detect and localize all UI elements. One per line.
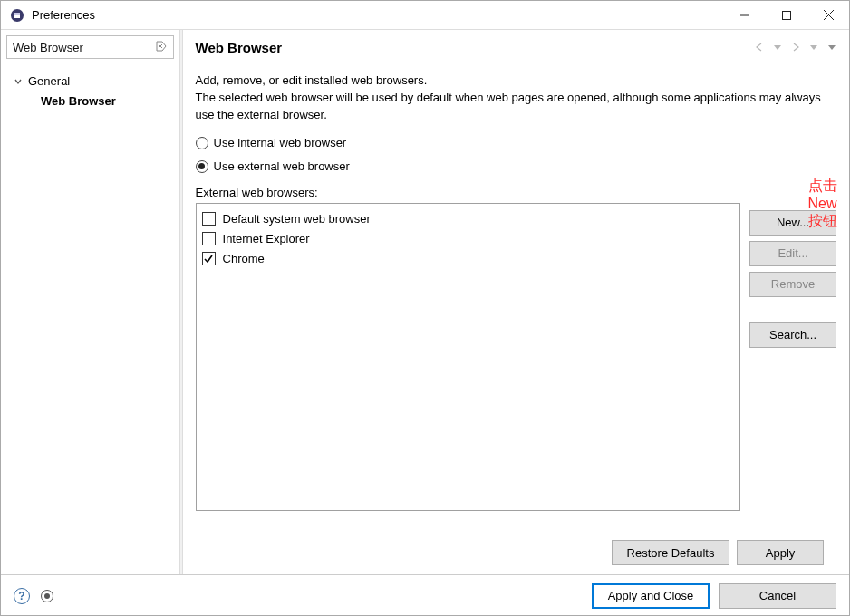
desc-line-2: The selected web browser will be used by…	[196, 91, 821, 121]
svg-marker-10	[810, 45, 817, 50]
svg-rect-2	[14, 13, 20, 15]
svg-rect-4	[783, 11, 791, 19]
new-button[interactable]: New...	[749, 210, 836, 236]
desc-line-1: Add, remove, or edit installed web brows…	[196, 73, 428, 87]
remove-button[interactable]: Remove	[749, 272, 836, 297]
list-label: External web browsers:	[196, 186, 837, 199]
browser-label: Default system web browser	[223, 212, 371, 226]
checkbox[interactable]	[202, 252, 216, 265]
browser-row-ie[interactable]: Internet Explorer	[202, 229, 468, 249]
browser-row-chrome[interactable]: Chrome	[202, 249, 468, 269]
forward-menu-icon[interactable]	[806, 39, 822, 55]
app-icon	[10, 8, 24, 23]
bottom-bar: ? Apply and Close Cancel	[1, 575, 849, 616]
browser-label: Internet Explorer	[223, 232, 310, 245]
side-buttons: New... Edit... Remove Search...	[749, 203, 836, 533]
browser-list[interactable]: Default system web browser Internet Expl…	[196, 203, 741, 511]
clear-filter-icon[interactable]	[155, 40, 168, 55]
cancel-button[interactable]: Cancel	[719, 583, 836, 609]
chevron-down-icon	[14, 75, 24, 86]
tree-label: Web Browser	[41, 94, 116, 108]
radio-label: Use internal web browser	[214, 136, 347, 149]
radio-label: Use external web browser	[214, 159, 350, 173]
browser-list-col2	[468, 204, 740, 510]
apply-button[interactable]: Apply	[737, 540, 824, 565]
svg-marker-9	[774, 45, 781, 50]
browser-list-col: Default system web browser Internet Expl…	[197, 204, 468, 510]
checkbox[interactable]	[202, 232, 216, 245]
radio-external[interactable]: Use external web browser	[196, 157, 837, 177]
filter-text: Web Browser	[13, 41, 83, 54]
search-button[interactable]: Search...	[749, 322, 836, 348]
filter-input[interactable]: Web Browser	[6, 35, 174, 59]
maximize-button[interactable]	[766, 1, 807, 30]
minimize-button[interactable]	[724, 1, 766, 30]
back-icon[interactable]	[751, 39, 768, 55]
import-export-icon[interactable]	[41, 590, 53, 602]
restore-defaults-button[interactable]: Restore Defaults	[612, 540, 729, 565]
close-button[interactable]	[807, 1, 849, 30]
page-body: Add, remove, or edit installed web brows…	[183, 63, 850, 574]
radio-internal[interactable]: Use internal web browser	[196, 133, 837, 153]
forward-icon[interactable]	[787, 39, 804, 55]
titlebar: Preferences	[1, 1, 849, 30]
tree-item-web-browser[interactable]: Web Browser	[1, 91, 179, 111]
apply-and-close-button[interactable]: Apply and Close	[592, 583, 710, 609]
left-pane: Web Browser General Web Browser	[1, 30, 179, 574]
help-icon[interactable]: ?	[14, 588, 30, 604]
page-title: Web Browser	[196, 40, 750, 55]
description: Add, remove, or edit installed web brows…	[196, 72, 837, 124]
preference-tree: General Web Browser	[1, 63, 179, 574]
edit-button[interactable]: Edit...	[749, 241, 836, 266]
radio-icon	[196, 160, 208, 173]
browser-label: Chrome	[223, 252, 265, 265]
browser-row-default[interactable]: Default system web browser	[202, 209, 468, 229]
view-menu-icon[interactable]	[824, 39, 840, 55]
list-and-buttons: Default system web browser Internet Expl…	[196, 203, 837, 533]
tree-item-general[interactable]: General	[1, 71, 179, 91]
back-menu-icon[interactable]	[769, 39, 786, 55]
tree-label: General	[28, 74, 70, 88]
window-title: Preferences	[32, 8, 95, 22]
checkbox[interactable]	[202, 212, 216, 226]
right-pane: Web Browser Add, remove, or edit install…	[183, 30, 850, 574]
page-footer: Restore Defaults Apply	[196, 533, 837, 574]
main-split: Web Browser General Web Browser	[1, 30, 849, 575]
radio-icon	[196, 137, 208, 149]
page-header: Web Browser	[183, 30, 850, 63]
svg-marker-11	[828, 45, 836, 50]
